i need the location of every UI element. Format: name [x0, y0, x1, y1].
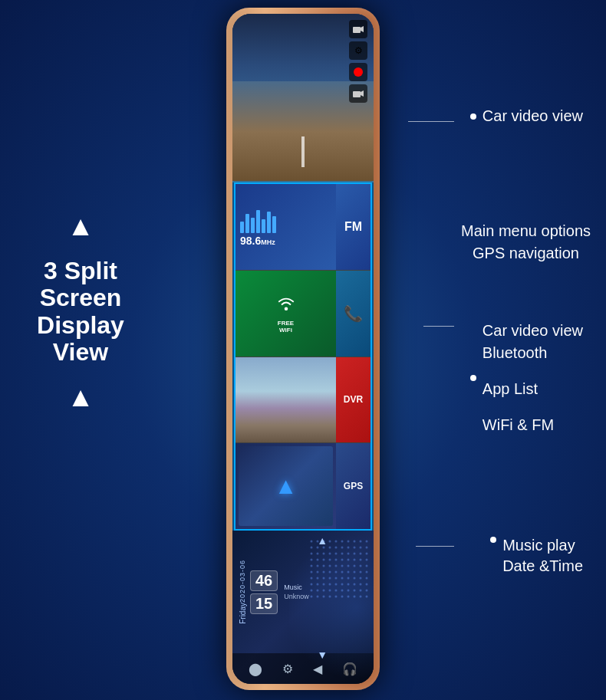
fm-label: FM	[344, 220, 362, 234]
gps-panel-right: GPS	[336, 443, 371, 529]
device-container: ⚙	[226, 8, 380, 690]
svg-rect-2	[353, 91, 361, 97]
device-screen: ⚙	[232, 14, 374, 684]
date-time-label: Date &Time	[502, 557, 583, 575]
time-hour-box: 46	[250, 570, 278, 591]
bottom-screen: ▲ 2020-03-06 Friday 46 15	[232, 531, 374, 684]
app-list-label: App List	[482, 380, 583, 398]
road-line	[301, 136, 305, 167]
main-menu-label: Main menu options	[461, 222, 591, 240]
record-dot	[354, 67, 363, 77]
fm-frequency: 98.6MHz	[240, 235, 331, 247]
svg-marker-1	[361, 26, 364, 32]
arrow-top-icon: ▲	[67, 210, 94, 242]
bluetooth-label: Bluetooth	[482, 344, 583, 362]
phone-icon: 📞	[344, 304, 363, 323]
camera-icon-2	[349, 84, 367, 103]
fm-bar-4	[256, 210, 260, 233]
music-title: Music	[284, 583, 367, 591]
gps-panel[interactable]: ▲ GPS	[235, 443, 371, 529]
fm-bar-2	[245, 214, 249, 233]
wifi-icon-wrap	[275, 294, 298, 320]
split-screen-section: 98.6MHz FM	[234, 182, 372, 531]
fm-bar-3	[251, 218, 255, 233]
music-section: Music play Date &Time	[490, 537, 583, 575]
connector-line-mid	[423, 326, 454, 327]
car-video-mid-text: Car video view Bluetooth App List WiFi &…	[482, 322, 583, 434]
music-text: Music play Date &Time	[502, 537, 583, 575]
time-min-box: 15	[250, 593, 278, 614]
time-boxes: 46 15	[250, 570, 278, 614]
phone-panel-right: 📞	[336, 271, 371, 357]
car-video-mid-label: Car video view Bluetooth App List WiFi &…	[470, 322, 583, 434]
device-frame: ⚙	[226, 8, 380, 690]
music-info: Music Unknow	[284, 583, 367, 600]
day-text: Friday	[239, 603, 247, 624]
svg-point-4	[284, 307, 288, 311]
time-hour: 46	[255, 572, 272, 589]
fm-bar-7	[272, 216, 276, 233]
wifi-icon	[275, 294, 298, 317]
camera-icons: ⚙	[349, 20, 367, 103]
date-time-row: 2020-03-06 Friday 46 15 Musi	[239, 537, 367, 647]
fm-panel-right: FM	[336, 184, 371, 270]
svg-marker-3	[361, 90, 364, 97]
record-button[interactable]	[349, 63, 367, 81]
connector-line-top	[408, 121, 454, 122]
arrow-bottom-icon: ▲	[67, 381, 94, 413]
camera-screen: ⚙	[232, 14, 374, 182]
bullet-dot	[470, 113, 476, 120]
dvr-road-image	[235, 357, 336, 443]
bullet-dot-music	[490, 537, 496, 543]
gps-label: GPS navigation	[461, 245, 591, 262]
split-screen-label: 3 Split Screen Display View	[37, 258, 124, 366]
wifi-panel[interactable]: FREEWiFi 📞	[235, 271, 371, 357]
time-min: 15	[255, 595, 272, 612]
main-options-section: Main menu options GPS navigation	[461, 222, 591, 267]
fm-bar-1	[240, 222, 244, 233]
fm-panel-left: 98.6MHz	[235, 184, 336, 270]
fm-panel[interactable]: 98.6MHz FM	[235, 184, 371, 271]
bullet-dot-mid	[470, 375, 476, 381]
wifi-panel-left: FREEWiFi	[235, 271, 336, 357]
dvr-panel-right: DVR	[336, 357, 371, 443]
fm-bars	[240, 206, 331, 233]
camera-icon-1	[349, 20, 367, 38]
date-text: 2020-03-06	[239, 560, 247, 603]
fm-bar-5	[262, 219, 265, 233]
wifi-text: FREEWiFi	[278, 320, 294, 334]
wifi-fm-label: WiFi & FM	[482, 416, 583, 434]
settings-small-icon: ⚙	[349, 41, 367, 60]
left-section: ▲ 3 Split Screen Display View ▲	[15, 0, 146, 700]
split-panels: 98.6MHz FM	[235, 184, 371, 529]
dvr-panel-left	[235, 357, 336, 443]
dvr-label: DVR	[344, 394, 363, 405]
music-artist: Unknow	[284, 593, 367, 600]
car-video-top-label: Car video view	[470, 107, 583, 125]
fm-bar-6	[267, 212, 271, 233]
car-video-top-text: Car video view	[482, 107, 583, 125]
svg-rect-0	[353, 27, 361, 33]
gps-panel-left: ▲	[235, 443, 336, 529]
gps-arrow-icon: ▲	[275, 473, 298, 499]
bottom-content: 2020-03-06 Friday 46 15 Musi	[232, 531, 374, 653]
date-column: 2020-03-06 Friday	[239, 560, 247, 624]
gps-label: GPS	[344, 481, 363, 491]
music-play-label: Music play	[502, 537, 583, 554]
nav-home-icon[interactable]: ⬤	[249, 662, 262, 676]
dvr-panel[interactable]: DVR	[235, 357, 371, 444]
connector-line-music	[416, 546, 454, 547]
